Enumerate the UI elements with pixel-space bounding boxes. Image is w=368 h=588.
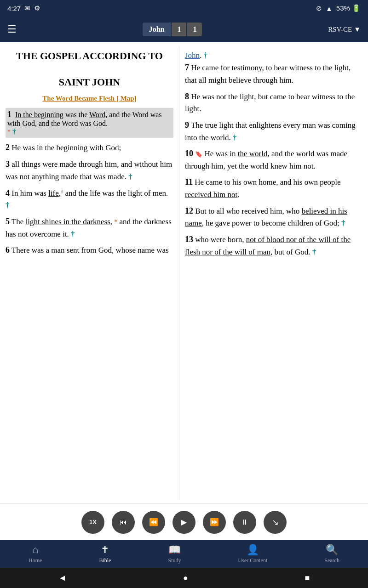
book-name[interactable]: John	[143, 23, 171, 36]
system-back-button[interactable]: ◄	[58, 573, 67, 583]
bible-icon: ✝	[101, 544, 109, 556]
nav-bible[interactable]: ✝ Bible	[95, 542, 115, 566]
nav-study-label: Study	[168, 557, 181, 564]
settings-icon: ⚙	[34, 4, 40, 12]
book-title: THE GOSPEL ACCORDING TOSAINT JOHN	[6, 50, 173, 89]
system-nav-bar: ◄ ● ■	[0, 568, 368, 588]
home-icon: ⌂	[32, 544, 38, 556]
battery-icon: 🔋	[352, 4, 361, 12]
nav-user-content-label: User Content	[238, 557, 268, 564]
menu-button[interactable]: ☰	[7, 23, 17, 35]
study-icon: 📖	[168, 544, 181, 556]
pause-button[interactable]: ⏸	[233, 511, 256, 534]
verse-2: 2 He was in the beginning with God;	[6, 141, 173, 154]
status-bar: 4:27 ✉ ⚙ ⊘ ▲ 53% 🔋	[0, 0, 368, 17]
chapter-number[interactable]: 1	[172, 23, 186, 36]
verse-9: 9 The true light that enlightens every m…	[185, 119, 362, 144]
top-nav-bar: ☰ John 1 1 RSV-CE ▼	[0, 17, 368, 42]
rewind-button[interactable]: ⏪	[142, 511, 165, 534]
verse-6: 6 There was a man sent from God, whose n…	[6, 244, 173, 257]
verse-1: 1 In the beginning was the Word, and the…	[6, 108, 173, 138]
bookmark-icon: 🔖	[195, 151, 202, 158]
right-column: John. † 7 He came for testimony, to bear…	[179, 46, 368, 500]
verse-13: 13 who were born, not of blood nor of th…	[185, 233, 362, 258]
section-title[interactable]: The Word Became Flesh [ Map]	[6, 95, 173, 102]
status-right: ⊘ ▲ 53% 🔋	[316, 4, 361, 12]
nav-search[interactable]: 🔍 Search	[321, 542, 343, 566]
bottom-nav: ⌂ Home ✝ Bible 📖 Study 👤 User Content 🔍 …	[0, 540, 368, 568]
verse-3: 3 all things were made through him, and …	[6, 158, 173, 183]
system-recent-button[interactable]: ■	[305, 573, 310, 583]
content-area: THE GOSPEL ACCORDING TOSAINT JOHN The Wo…	[0, 42, 368, 503]
prev-track-button[interactable]: ⏮	[112, 511, 135, 534]
user-content-icon: 👤	[247, 544, 259, 556]
verse-number[interactable]: 1	[187, 23, 202, 36]
battery-display: 53% 🔋	[336, 4, 361, 12]
play-button[interactable]: ▶	[172, 511, 196, 534]
verse-4: 4 In him was life,a and the life was the…	[6, 187, 173, 212]
system-home-button[interactable]: ●	[183, 573, 188, 583]
status-left: 4:27 ✉ ⚙	[7, 4, 40, 12]
nav-study[interactable]: 📖 Study	[164, 542, 184, 566]
right-col-top: John. †	[185, 50, 362, 62]
verse-5: 5 The light shines in the darkness, * an…	[6, 215, 173, 240]
verse-10: 10 🔖 He was in the world, and the world …	[185, 147, 362, 172]
wifi-icon: ▲	[326, 5, 333, 12]
nav-search-label: Search	[324, 557, 339, 564]
nav-home-label: Home	[29, 557, 42, 564]
chevron-down-icon: ▼	[354, 26, 361, 34]
version-label[interactable]: RSV-CE	[328, 26, 352, 34]
nav-user-content[interactable]: 👤 User Content	[235, 542, 271, 566]
audio-controls: 1X ⏮ ⏪ ▶ ⏩ ⏸ ↘	[0, 503, 368, 540]
verse-11: 11 He came to his own home, and his own …	[185, 176, 362, 201]
speed-button[interactable]: 1X	[81, 511, 104, 534]
verse-7: 7 He came for testimony, to bear witness…	[185, 62, 362, 86]
nav-home[interactable]: ⌂ Home	[25, 542, 46, 566]
verse-12: 12 But to all who received him, who beli…	[185, 205, 362, 230]
cross-ref-star[interactable]: *	[7, 129, 11, 136]
chapter-selector[interactable]: John 1 1	[143, 23, 202, 36]
left-column: THE GOSPEL ACCORDING TOSAINT JOHN The Wo…	[0, 46, 179, 500]
time-display: 4:27	[7, 5, 21, 12]
fast-forward-button[interactable]: ⏩	[203, 511, 226, 534]
download-button[interactable]: ↘	[264, 511, 287, 534]
email-icon: ✉	[24, 4, 30, 12]
no-sim-icon: ⊘	[316, 4, 322, 12]
verse-8: 8 He was not the light, but came to bear…	[185, 90, 362, 115]
version-selector[interactable]: RSV-CE ▼	[328, 26, 361, 34]
dagger-1[interactable]: †	[12, 128, 16, 136]
nav-bible-label: Bible	[99, 557, 111, 564]
search-icon: 🔍	[326, 544, 338, 556]
